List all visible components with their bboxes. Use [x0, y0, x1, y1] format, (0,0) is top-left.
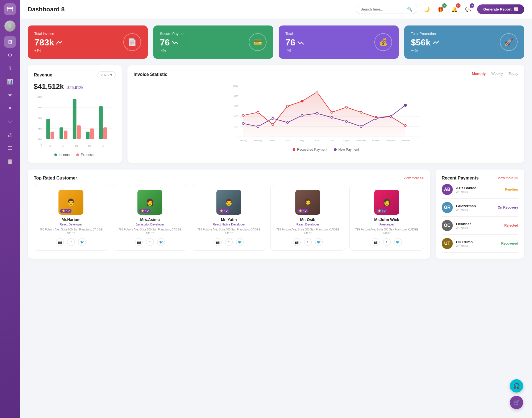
svg-rect-15	[60, 127, 63, 139]
customer-name: Mrs.Asima	[116, 217, 184, 222]
twitter-icon[interactable]: 🐦	[394, 238, 402, 246]
svg-rect-22	[103, 127, 107, 139]
svg-text:09: 09	[88, 145, 91, 147]
instagram-icon[interactable]: 📷	[293, 238, 301, 246]
stat-card-left: Total Promotion $56k +4%	[411, 32, 439, 53]
invoice-tabs: Monthly Weekly Today	[472, 71, 518, 77]
user-avatar[interactable]: U	[4, 20, 16, 32]
payment-age: 24 Years	[456, 208, 494, 211]
svg-point-66	[257, 125, 259, 127]
invoice-card: Invoice Statistic Monthly Weekly Today	[127, 65, 524, 163]
chat-icon-btn[interactable]: 💬 5	[463, 4, 473, 14]
cart-float-btn[interactable]: 🛒	[510, 396, 523, 409]
stat-icon-invoice: 📄	[123, 33, 141, 51]
bar-chart-area: 1000 800 600 400 200 0	[34, 94, 116, 157]
facebook-icon[interactable]: f	[67, 238, 75, 246]
payment-status: Recovered	[501, 242, 518, 245]
sidebar-item-analytics[interactable]: 📊	[4, 76, 16, 88]
invoice-header: Invoice Statistic Monthly Weekly Today	[134, 71, 518, 77]
payments-view-more[interactable]: View more >>	[498, 176, 518, 180]
sidebar-item-print[interactable]: 🖨	[4, 129, 16, 141]
sidebar-item-dashboard[interactable]: ⊞	[4, 36, 16, 48]
twitter-icon[interactable]: 🐦	[157, 238, 165, 246]
svg-point-73	[360, 125, 362, 127]
legend-income: Income	[54, 153, 70, 157]
instagram-icon[interactable]: 📷	[135, 238, 143, 246]
stat-label-promo: Total Promotion	[411, 32, 439, 36]
instagram-icon[interactable]: 📷	[56, 238, 64, 246]
payment-name: Uli Trumb	[456, 240, 498, 244]
gift-icon-btn[interactable]: 🎁 2	[436, 4, 446, 14]
bell-icon-btn[interactable]: 🔔 12	[449, 4, 459, 14]
stat-trend-promo: +4%	[411, 49, 439, 53]
svg-text:September: September	[356, 139, 366, 142]
customers-view-more[interactable]: View more >>	[403, 176, 424, 180]
facebook-icon[interactable]: f	[225, 238, 233, 246]
page-title: Dashboard 8	[28, 6, 351, 13]
sidebar-item-star[interactable]: ★	[4, 89, 16, 101]
stat-cards-grid: Total invoice 783k +4% 📄 Secure Payment …	[28, 25, 524, 59]
sidebar-item-menu[interactable]: ☰	[4, 142, 16, 154]
sidebar-logo[interactable]	[4, 3, 16, 15]
instagram-icon[interactable]: 📷	[372, 238, 380, 246]
list-item: 👩 ⭐ 4.2 Mr.John Wick Freelancer 795 Fols…	[349, 185, 424, 251]
svg-point-59	[331, 111, 332, 113]
search-bar[interactable]: 🔍	[356, 5, 417, 14]
facebook-icon[interactable]: f	[146, 238, 154, 246]
page-content: Total invoice 783k +4% 📄 Secure Payment …	[20, 19, 532, 265]
tab-weekly[interactable]: Weekly	[491, 71, 503, 77]
svg-point-56	[287, 105, 288, 107]
sidebar-item-info[interactable]: ℹ	[4, 63, 16, 74]
main-content: Dashboard 8 🔍 🌙 🎁 2 🔔 12 💬 5 Generate Re…	[20, 0, 532, 418]
payments-title: Recent Payments	[442, 176, 479, 181]
line-chart-container: 1000 800 600 400 200 0 January February …	[134, 81, 518, 152]
customer-name: Mr.Hariom	[37, 217, 105, 222]
sidebar-item-list[interactable]: 📋	[4, 156, 16, 167]
gift-badge: 2	[442, 3, 447, 8]
svg-text:June: June	[315, 139, 319, 142]
svg-text:1000: 1000	[233, 85, 238, 87]
support-float-btn[interactable]: 🎧	[510, 379, 523, 393]
svg-point-71	[331, 116, 332, 118]
search-input[interactable]	[360, 7, 405, 11]
svg-point-64	[404, 125, 406, 127]
payment-info-ocon: Oconner 24 Years	[456, 222, 501, 229]
dark-mode-toggle[interactable]: 🌙	[422, 4, 432, 14]
svg-point-54	[257, 111, 259, 113]
svg-text:March: March	[270, 139, 275, 142]
generate-report-button[interactable]: Generate Report 📈	[477, 4, 524, 14]
payment-avatar-uli: UT	[442, 238, 453, 249]
charts-row: Revenue 2023 ▾ $41,512k $25,612k	[28, 65, 524, 163]
list-item: GR Griezerman 24 Years On Recovery	[442, 199, 518, 217]
expenses-label: Expenses	[81, 153, 95, 157]
customer-role: React Developer	[37, 223, 105, 226]
payment-age: 24 Years	[456, 226, 501, 229]
sidebar-item-wishlist[interactable]: ♡	[4, 116, 16, 127]
facebook-icon[interactable]: f	[383, 238, 391, 246]
svg-rect-20	[90, 129, 94, 139]
svg-text:600: 600	[234, 105, 238, 107]
customers-grid: 👨 ⭐ 4.2 Mr.Hariom React Developer 795 Fo…	[34, 185, 424, 251]
year-selector[interactable]: 2023 ▾	[97, 71, 116, 78]
customers-header: Top Rated Customer View more >>	[34, 176, 424, 181]
svg-point-58	[316, 91, 318, 93]
rating-asima: ⭐ 4.2	[139, 209, 150, 213]
instagram-icon[interactable]: 📷	[214, 238, 222, 246]
facebook-icon[interactable]: f	[304, 238, 312, 246]
tab-today[interactable]: Today	[508, 71, 518, 77]
twitter-icon[interactable]: 🐦	[236, 238, 244, 246]
new-payment-label: New Payment	[338, 148, 359, 152]
tab-monthly[interactable]: Monthly	[472, 71, 486, 77]
customers-title: Top Rated Customer	[34, 176, 77, 181]
twitter-icon[interactable]: 🐦	[315, 238, 323, 246]
revenue-amounts: $41,512k $25,612k	[34, 82, 116, 91]
svg-rect-19	[86, 132, 89, 139]
search-icon[interactable]: 🔍	[407, 7, 413, 12]
bottom-row: Top Rated Customer View more >> 👨 ⭐ 4.2 …	[28, 170, 524, 259]
twitter-icon[interactable]: 🐦	[78, 238, 86, 246]
svg-text:600: 600	[38, 117, 42, 120]
stat-label-invoice: Total invoice	[34, 32, 62, 36]
sidebar-item-settings[interactable]: ⚙	[4, 49, 16, 61]
svg-point-72	[346, 120, 347, 122]
sidebar-item-favorites[interactable]: ♥	[4, 102, 16, 114]
